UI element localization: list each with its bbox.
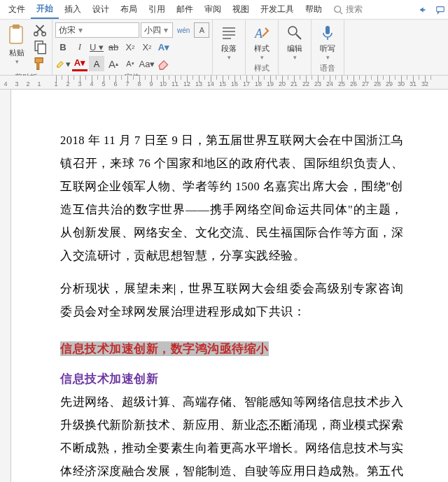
svg-line-15 [296, 34, 301, 39]
svg-text:A: A [254, 27, 263, 41]
paragraph-1: 2018 年 11 月 7 日至 9 日，第五届世界互联网大会在中国浙江乌镇召开… [60, 129, 403, 267]
search-box[interactable]: 搜索 [333, 3, 363, 15]
strike-button[interactable]: ab [106, 39, 121, 55]
group-edit: 编辑▾ [279, 20, 312, 75]
paragraph-3: 先进网络、超级计算、高端存储、智能感知等网络信息技术步入升级换代新阶新技术、新应… [60, 390, 403, 482]
group-voice: 听写▾ 语音 [312, 20, 344, 75]
document-page[interactable]: 2018 年 11 月 7 日至 9 日，第五届世界互联网大会在中国浙江乌镇召开… [11, 90, 448, 482]
heading-highlight: 信息技术加速创新，数字鸿沟亟待缩小 [60, 337, 403, 360]
document-body: 2018 年 11 月 7 日至 9 日，第五届世界互联网大会在中国浙江乌镇召开… [11, 90, 403, 482]
menu-ref[interactable]: 引用 [143, 1, 171, 18]
highlight-icon [55, 59, 66, 69]
svg-point-0 [335, 6, 341, 12]
paste-icon [7, 24, 27, 46]
menu-help[interactable]: 帮助 [300, 1, 328, 18]
cut-button[interactable] [32, 22, 48, 38]
eraser-icon [156, 56, 172, 71]
svg-rect-4 [13, 24, 20, 29]
menu-bar: 文件 开始 插入 设计 布局 引用 邮件 审阅 视图 开发工具 帮助 搜索 [0, 0, 448, 20]
paragraph-2: 分析现状，展望未来，世界互联网大会组委会高级别专家咨询委员会对全球网发展治理进程… [60, 277, 403, 323]
svg-rect-16 [326, 26, 330, 34]
svg-line-1 [340, 11, 343, 14]
group-font: 仿宋▾ 小四▾ wén A B I U ▾ ab X2 X2 A▾ ▾ A▾ A… [52, 20, 213, 75]
group-styles: A 样式▾ 样式 [246, 20, 279, 75]
char-shading-button[interactable]: A [89, 56, 104, 71]
svg-rect-2 [437, 6, 444, 11]
italic-button[interactable]: I [72, 39, 88, 55]
shrink-font-button[interactable]: A▾ [122, 56, 138, 71]
menu-design[interactable]: 设计 [87, 1, 115, 18]
copy-button[interactable] [32, 39, 48, 55]
menu-insert[interactable]: 插入 [59, 1, 87, 18]
clear-format-button[interactable] [156, 56, 172, 71]
mic-icon [318, 24, 337, 42]
brush-icon [32, 56, 48, 71]
ribbon: 粘贴 ▾ 剪贴板 仿宋▾ 小四▾ wén A B I U ▾ ab [0, 20, 448, 76]
text-effects-button[interactable]: A▾ [156, 39, 172, 55]
font-color-button[interactable]: A▾ [72, 56, 88, 71]
subscript-button[interactable]: X2 [122, 39, 138, 55]
font-size-select[interactable]: 小四▾ [141, 22, 173, 38]
enclosed-char-button[interactable]: A [194, 22, 209, 38]
underline-button[interactable]: U ▾ [89, 39, 104, 55]
svg-rect-8 [38, 44, 46, 54]
menu-layout[interactable]: 布局 [115, 1, 143, 18]
share-icon[interactable] [417, 5, 427, 15]
styles-icon: A [253, 24, 271, 42]
styles-button[interactable]: A 样式▾ [248, 22, 275, 62]
phonetic-button[interactable]: wén [174, 22, 192, 38]
copy-icon [32, 39, 48, 55]
dictate-button[interactable]: 听写▾ [314, 22, 341, 62]
menu-view[interactable]: 视图 [227, 1, 255, 18]
group-clipboard: 粘贴 ▾ 剪贴板 [0, 20, 52, 75]
grow-font-button[interactable]: A▴ [106, 56, 121, 71]
highlight-button[interactable]: ▾ [55, 56, 71, 71]
menu-mail[interactable]: 邮件 [171, 1, 199, 18]
find-icon [286, 24, 304, 42]
search-icon [333, 5, 343, 15]
paragraph-button[interactable]: 段落▾ [216, 22, 242, 62]
edit-button[interactable]: 编辑▾ [281, 22, 308, 62]
menu-home[interactable]: 开始 [31, 0, 59, 19]
bold-button[interactable]: B [55, 39, 71, 55]
change-case-button[interactable]: Aa▾ [139, 56, 155, 71]
format-painter-button[interactable] [32, 56, 48, 71]
heading-purple: 信息技术加速创新 [60, 367, 403, 390]
menu-dev[interactable]: 开发工具 [255, 1, 300, 18]
group-paragraph: 段落▾ [213, 20, 246, 75]
superscript-button[interactable]: X2 [139, 39, 155, 55]
svg-rect-3 [10, 27, 22, 43]
search-label: 搜索 [346, 3, 363, 15]
paste-button[interactable]: 粘贴 ▾ [3, 22, 31, 66]
menu-review[interactable]: 审阅 [199, 1, 227, 18]
comment-icon[interactable] [435, 5, 445, 15]
vertical-ruler[interactable] [0, 90, 11, 482]
paragraph-icon [220, 24, 238, 42]
horizontal-ruler[interactable]: 4321123456789101112131415161718192021222… [0, 76, 448, 90]
menu-file[interactable]: 文件 [3, 1, 31, 18]
svg-point-14 [288, 27, 297, 35]
scissors-icon [32, 22, 48, 38]
font-name-select[interactable]: 仿宋▾ [55, 22, 139, 38]
